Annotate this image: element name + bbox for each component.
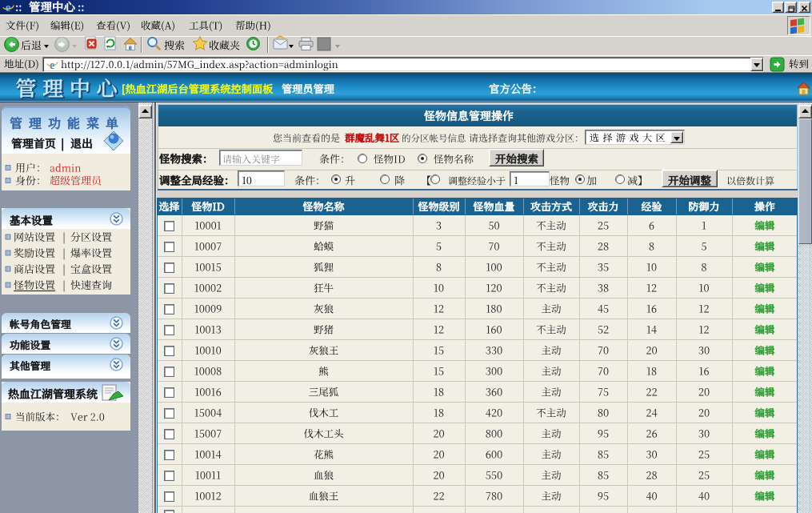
svg-text:e: e	[50, 59, 54, 71]
svg-text:e: e	[6, 1, 11, 14]
